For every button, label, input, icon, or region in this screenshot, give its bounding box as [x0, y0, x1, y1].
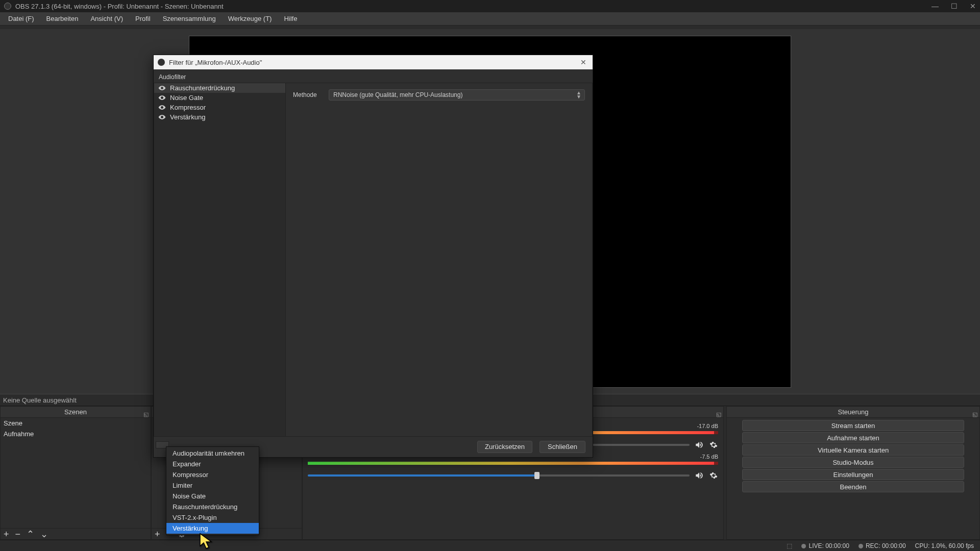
reset-button[interactable]: Zurücksetzen: [477, 441, 532, 453]
dialog-close-button[interactable]: ✕: [578, 57, 589, 67]
filter-item-label: Verstärkung: [170, 113, 205, 121]
settings-button[interactable]: Einstellungen: [742, 469, 964, 480]
volume-slider[interactable]: [308, 474, 690, 477]
ctx-item-limiter[interactable]: Limiter: [166, 480, 259, 491]
cpu-status: CPU: 1.0%, 60.00 fps: [915, 542, 974, 549]
scenes-toolbar: + − ⌃ ⌄: [1, 528, 151, 539]
audio-meter: [308, 462, 718, 469]
ctx-item-verstaerkung[interactable]: Verstärkung: [166, 523, 259, 534]
filter-item[interactable]: Verstärkung: [154, 112, 285, 122]
dock-controls-title: Steuerung ◱: [727, 407, 979, 418]
minimize-button[interactable]: —: [932, 2, 939, 10]
mute-button[interactable]: [695, 440, 704, 449]
method-label: Methode: [293, 91, 324, 98]
filter-item[interactable]: Rauschunterdrückung: [154, 83, 285, 93]
add-filter-context-menu: Audiopolarität umkehren Expander Kompres…: [166, 446, 259, 535]
rec-status-dot: [859, 544, 863, 548]
ctx-item-expander[interactable]: Expander: [166, 459, 259, 469]
menu-edit[interactable]: Bearbeiten: [41, 13, 84, 24]
no-source-label: Keine Quelle ausgewählt: [3, 396, 77, 404]
visibility-icon[interactable]: [158, 104, 166, 111]
start-recording-button[interactable]: Aufnahme starten: [742, 432, 964, 443]
obs-app-icon: [4, 3, 11, 10]
filter-item-label: Noise Gate: [170, 94, 203, 102]
studio-mode-button[interactable]: Studio-Modus: [742, 457, 964, 468]
rec-status: REC: 00:00:00: [866, 542, 906, 549]
filter-item[interactable]: Kompressor: [154, 103, 285, 112]
visibility-icon[interactable]: [158, 94, 166, 102]
visibility-icon[interactable]: [158, 84, 166, 92]
window-title: OBS 27.1.3 (64-bit, windows) - Profil: U…: [15, 3, 224, 10]
filter-properties-pane: Methode RNNoise (gute Qualität, mehr CPU…: [285, 83, 593, 437]
dock-scenes-title: Szenen ◱: [1, 407, 151, 418]
maximize-button[interactable]: ☐: [951, 2, 958, 10]
dock-scenes: Szenen ◱ Szene Aufnahme + − ⌃ ⌄: [0, 406, 151, 540]
menu-tools[interactable]: Werkzeuge (T): [223, 13, 277, 24]
close-button[interactable]: ✕: [970, 2, 976, 10]
statusbar: ⬚ LIVE: 00:00:00 REC: 00:00:00 CPU: 1.0%…: [0, 540, 980, 551]
scene-list-item[interactable]: Aufnahme: [1, 429, 151, 439]
live-status-dot: [801, 544, 806, 548]
menu-scene-collection[interactable]: Szenensammlung: [158, 13, 221, 24]
menu-help[interactable]: Hilfe: [279, 13, 302, 24]
method-select[interactable]: RNNoise (gute Qualität, mehr CPU-Auslast…: [329, 89, 585, 101]
close-button[interactable]: Schließen: [540, 441, 585, 453]
ctx-item-noise-gate[interactable]: Noise Gate: [166, 491, 259, 502]
ctx-item-rauschunterdrueckung[interactable]: Rauschunterdrückung: [166, 502, 259, 512]
channel-db-value: -17.0 dB: [697, 423, 718, 429]
filter-item-label: Rauschunterdrückung: [170, 84, 235, 92]
ctx-item-vst-plugin[interactable]: VST-2.x-Plugin: [166, 512, 259, 523]
menu-profile[interactable]: Profil: [130, 13, 156, 24]
live-status: LIVE: 00:00:00: [808, 542, 849, 549]
network-icon: ⬚: [787, 542, 792, 549]
filter-list-pane: Rauschunterdrückung Noise Gate Kompresso…: [154, 83, 285, 437]
menubar: Datei (F) Bearbeiten Ansicht (V) Profil …: [0, 12, 980, 26]
filter-item[interactable]: Noise Gate: [154, 93, 285, 103]
menu-view[interactable]: Ansicht (V): [85, 13, 128, 24]
start-virtual-cam-button[interactable]: Virtuelle Kamera starten: [742, 444, 964, 456]
window-titlebar: OBS 27.1.3 (64-bit, windows) - Profil: U…: [0, 0, 980, 12]
exit-button[interactable]: Beenden: [742, 481, 964, 492]
filter-dialog: Filter für „Mikrofon-/AUX-Audio" ✕ Audio…: [153, 55, 593, 458]
visibility-icon[interactable]: [158, 113, 166, 121]
channel-settings-button[interactable]: [709, 440, 718, 449]
ctx-item-kompressor[interactable]: Kompressor: [166, 469, 259, 480]
method-select-value: RNNoise (gute Qualität, mehr CPU-Auslast…: [333, 91, 462, 98]
ctx-item-audiopolaritaet[interactable]: Audiopolarität umkehren: [166, 448, 259, 459]
start-stream-button[interactable]: Stream starten: [742, 420, 964, 431]
scene-list-item[interactable]: Szene: [1, 418, 151, 429]
dock-controls: Steuerung ◱ Stream starten Aufnahme star…: [726, 406, 980, 540]
dialog-titlebar[interactable]: Filter für „Mikrofon-/AUX-Audio" ✕: [154, 55, 593, 69]
dialog-title: Filter für „Mikrofon-/AUX-Audio": [169, 59, 262, 66]
filter-item-label: Kompressor: [170, 104, 206, 111]
channel-settings-button[interactable]: [709, 471, 718, 480]
audiofilter-section-label: Audiofilter: [154, 69, 593, 83]
menu-file[interactable]: Datei (F): [3, 13, 39, 24]
mute-button[interactable]: [695, 471, 704, 480]
dialog-app-icon: [158, 59, 165, 66]
channel-db-value: -7.5 dB: [700, 454, 718, 460]
select-arrows-icon: ▲▼: [576, 91, 581, 99]
